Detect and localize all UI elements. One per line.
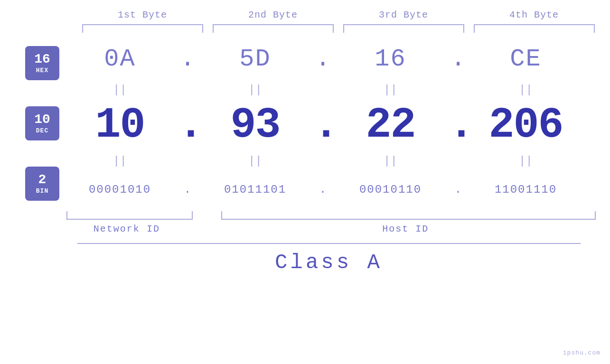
badges-wrapper: 16 HEX 10 DEC 2 BIN (0, 37, 62, 234)
bin-cell-4: 11001110 (468, 183, 584, 196)
dec-val-1: 10 (95, 101, 144, 149)
dec-dot-1: . (178, 101, 197, 149)
hex-val-2: 5D (239, 45, 271, 73)
dec-cell-3: 22 (332, 104, 449, 147)
eq2-cell-3: || (332, 155, 449, 168)
eq1-cell-2: || (197, 84, 313, 96)
hex-cell-3: 16 (332, 45, 449, 73)
mid-section: 16 HEX 10 DEC 2 BIN (0, 37, 610, 234)
dec-badge: 10 DEC (25, 106, 59, 140)
eq2-cell-2: || (197, 155, 313, 168)
class-bar: Class A (77, 243, 581, 274)
class-label: Class A (275, 251, 383, 274)
hex-cell-4: CE (468, 45, 584, 73)
dec-val-2: 93 (230, 101, 280, 149)
hex-dot-1: . (178, 45, 197, 73)
network-id-label: Network ID (62, 224, 192, 234)
bin-cell-1: 00001010 (62, 183, 178, 196)
hex-dot-3: . (449, 45, 468, 73)
bracket-top-b4 (474, 24, 595, 33)
bin-dot-2: . (313, 183, 332, 196)
hex-cell-2: 5D (197, 45, 313, 73)
bin-row: 00001010 . 01011101 . 00010110 . (62, 170, 584, 208)
hex-badge-num: 16 (34, 52, 50, 67)
byte3-header: 3rd Byte (338, 9, 469, 20)
equals-row-1: || || || || (62, 80, 584, 99)
byte1-header: 1st Byte (77, 9, 208, 20)
site-attribution: ipshu.com (563, 349, 601, 356)
dec-cell-2: 93 (197, 104, 313, 147)
bin-val-1: 00001010 (89, 183, 151, 196)
hex-row: 0A . 5D . 16 . CE (62, 37, 584, 80)
bin-val-3: 00010110 (359, 183, 422, 196)
byte2-header: 2nd Byte (208, 9, 338, 20)
bracket-top-row (77, 24, 600, 33)
dec-val-4: 206 (488, 101, 563, 149)
byte-headers: 1st Byte 2nd Byte 3rd Byte 4th Byte (77, 9, 600, 20)
eq2-cell-1: || (62, 155, 178, 168)
bin-dot-1: . (178, 183, 197, 196)
hex-cell-1: 0A (62, 45, 178, 73)
eq1-cell-4: || (468, 84, 584, 96)
eq1-cell-1: || (62, 84, 178, 96)
hex-badge: 16 HEX (25, 46, 59, 80)
dec-dot-3: . (449, 101, 468, 149)
bracket-top-b3 (343, 24, 464, 33)
host-id-label: Host ID (211, 224, 601, 234)
bin-dot-3: . (449, 183, 468, 196)
dec-cell-1: 10 (62, 104, 178, 147)
eq2-cell-4: || (468, 155, 584, 168)
bin-cell-3: 00010110 (332, 183, 449, 196)
bin-badge-label: BIN (36, 187, 48, 195)
bin-val-2: 01011101 (224, 183, 286, 196)
hex-badge-label: HEX (36, 67, 48, 74)
equals-row-2: || || || || (62, 151, 584, 170)
bin-val-4: 11001110 (495, 183, 557, 196)
bracket-top-b2 (213, 24, 334, 33)
dec-badge-num: 10 (34, 112, 50, 127)
bin-cell-2: 01011101 (197, 183, 313, 196)
bracket-top-b1 (82, 24, 203, 33)
hex-val-4: CE (510, 45, 541, 73)
byte4-header: 4th Byte (469, 9, 600, 20)
bracket-bottom-container (62, 211, 601, 220)
hex-dot-2: . (313, 45, 332, 73)
eq1-cell-3: || (332, 84, 449, 96)
dec-val-3: 22 (366, 101, 415, 149)
dec-dot-2: . (313, 101, 332, 149)
dec-cell-4: 206 (468, 104, 584, 147)
bracket-bottom-network (66, 211, 193, 220)
hex-val-1: 0A (104, 45, 135, 73)
grid-wrapper: 0A . 5D . 16 . CE (62, 37, 610, 234)
bin-badge-num: 2 (38, 173, 47, 187)
bracket-bottom-host (221, 211, 596, 220)
dec-badge-label: DEC (36, 127, 48, 134)
hex-val-3: 16 (375, 45, 406, 73)
bin-badge: 2 BIN (25, 167, 59, 201)
dec-row: 10 . 93 . 22 . 206 (62, 99, 584, 151)
labels-row: Network ID Host ID (62, 224, 601, 234)
main-container: 1st Byte 2nd Byte 3rd Byte 4th Byte 16 H… (0, 0, 610, 364)
